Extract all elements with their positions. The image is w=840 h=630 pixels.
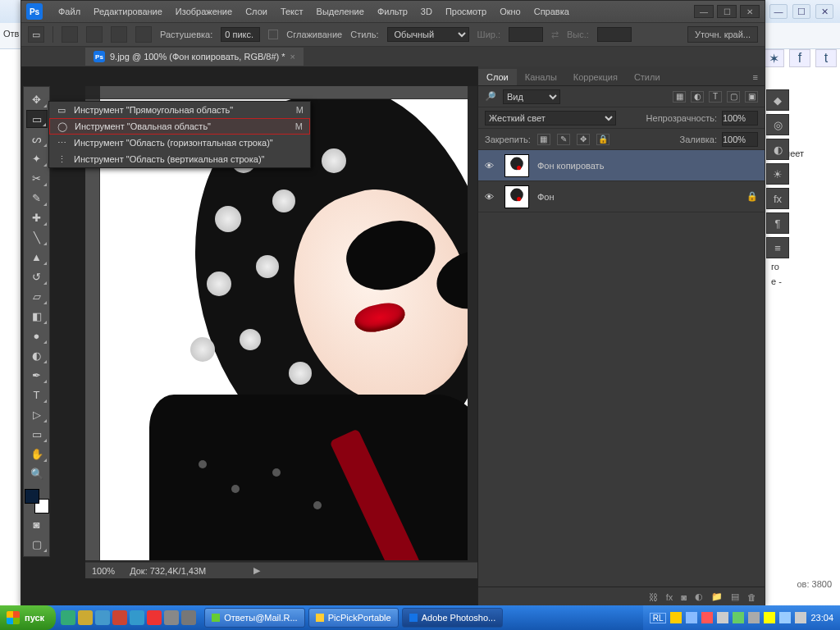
history-brush-tool-icon[interactable]: ↺	[26, 267, 48, 285]
panel-menu-icon[interactable]: ≡	[746, 69, 765, 85]
adjustment-icon[interactable]: ◐	[695, 591, 703, 602]
brush-tool-icon[interactable]: ╲	[26, 228, 48, 246]
layer-name[interactable]: Фон копировать	[537, 161, 604, 171]
hand-tool-icon[interactable]: ✋	[26, 445, 48, 463]
heal-tool-icon[interactable]: ✚	[26, 208, 48, 226]
clock[interactable]: 23:04	[810, 613, 833, 623]
menu-help[interactable]: Справка	[528, 4, 575, 19]
document-tab[interactable]: Ps 9.jpg @ 100% (Фон копировать, RGB/8#)…	[85, 48, 304, 66]
menu-image[interactable]: Изображение	[170, 4, 238, 19]
browser-close-button[interactable]: ✕	[815, 4, 833, 19]
layer-thumb[interactable]	[504, 185, 529, 208]
volume-icon[interactable]	[795, 612, 806, 623]
feather-input[interactable]	[221, 27, 260, 42]
browser-min-button[interactable]: —	[769, 4, 788, 19]
flyout-item-ellipse[interactable]: ◯ Инструмент "Овальная область" M	[49, 118, 310, 135]
menu-select[interactable]: Выделение	[311, 4, 370, 19]
filter-adjust-icon[interactable]: ◐	[691, 91, 704, 103]
layer-row[interactable]: 👁 Фон копировать	[478, 150, 765, 181]
lock-trans-icon[interactable]: ▦	[537, 134, 550, 145]
refine-edge-button[interactable]: Уточн. край...	[687, 26, 758, 43]
lasso-tool-icon[interactable]: ᔕ	[26, 130, 48, 148]
lock-move-icon[interactable]: ✥	[577, 134, 590, 145]
menu-file[interactable]: Файл	[52, 4, 86, 19]
tray-icon[interactable]	[717, 612, 728, 623]
path-select-tool-icon[interactable]: ▷	[26, 405, 48, 423]
ql-icon[interactable]	[147, 610, 162, 625]
lang-indicator[interactable]: RL	[650, 613, 667, 623]
vk-icon[interactable]: ✶	[763, 49, 784, 67]
tray-icon[interactable]	[733, 612, 744, 623]
menu-view[interactable]: Просмотр	[440, 4, 492, 19]
type-tool-icon[interactable]: T	[26, 386, 48, 404]
eraser-tool-icon[interactable]: ▱	[26, 287, 48, 305]
ql-icon[interactable]	[112, 610, 127, 625]
dock-layers-icon[interactable]: ◆	[766, 89, 789, 111]
blend-mode-select[interactable]: Жесткий свет	[485, 111, 616, 126]
tray-icon[interactable]	[701, 612, 713, 623]
selection-subtract-icon[interactable]	[111, 26, 127, 43]
task-button[interactable]: PicPickPortable	[308, 608, 399, 628]
window-max-button[interactable]: ☐	[717, 5, 737, 18]
tray-icon[interactable]	[748, 612, 760, 623]
crop-tool-icon[interactable]: ✂	[26, 169, 48, 187]
zoom-level[interactable]: 100%	[92, 566, 115, 576]
window-close-button[interactable]: ✕	[740, 5, 760, 18]
ql-icon[interactable]	[78, 610, 93, 625]
canvas[interactable]	[100, 99, 468, 560]
ql-icon[interactable]	[164, 610, 179, 625]
dock-styles-icon[interactable]: fx	[766, 188, 789, 209]
tray-icon[interactable]	[686, 612, 697, 623]
ql-icon[interactable]	[61, 610, 75, 625]
flyout-item-col[interactable]: ⋮ Инструмент "Область (вертикальная стро…	[49, 151, 310, 167]
filter-smart-icon[interactable]: ▣	[745, 91, 758, 103]
visibility-icon[interactable]: 👁	[485, 161, 496, 171]
ql-icon[interactable]	[130, 610, 144, 625]
selection-intersect-icon[interactable]	[135, 26, 152, 43]
facebook-icon[interactable]: f	[789, 49, 810, 67]
filter-type-icon[interactable]: T	[709, 91, 722, 103]
selection-add-icon[interactable]	[86, 26, 103, 43]
eyedropper-tool-icon[interactable]: ✎	[26, 189, 48, 207]
start-button[interactable]: пуск	[0, 605, 56, 630]
antialias-checkbox[interactable]	[268, 30, 278, 39]
opacity-input[interactable]	[722, 111, 758, 126]
screenmode-icon[interactable]: ▢	[26, 535, 48, 553]
move-tool-icon[interactable]: ✥	[26, 90, 48, 108]
quickmask-icon[interactable]: ◙	[26, 515, 48, 533]
dodge-tool-icon[interactable]: ◐	[26, 346, 48, 364]
dock-brush-icon[interactable]: ≡	[766, 237, 789, 258]
dock-color-icon[interactable]: ◎	[766, 114, 789, 135]
tray-icon[interactable]	[670, 612, 682, 623]
lock-paint-icon[interactable]: ✎	[557, 134, 570, 145]
delete-layer-icon[interactable]: 🗑	[747, 592, 756, 602]
tray-icon[interactable]	[764, 612, 775, 623]
menu-3d[interactable]: 3D	[415, 4, 438, 19]
window-min-button[interactable]: —	[694, 5, 714, 18]
ruler-horizontal[interactable]	[100, 86, 468, 99]
zoom-tool-icon[interactable]: 🔍	[26, 464, 48, 482]
menu-layer[interactable]: Слои	[240, 4, 273, 19]
layer-name[interactable]: Фон	[537, 192, 555, 202]
visibility-icon[interactable]: 👁	[485, 192, 496, 202]
ql-icon[interactable]	[181, 610, 196, 625]
filter-shape-icon[interactable]: ▢	[727, 91, 740, 103]
selection-new-icon[interactable]	[62, 26, 78, 43]
pen-tool-icon[interactable]: ✒	[26, 366, 48, 384]
menu-type[interactable]: Текст	[275, 4, 309, 19]
menu-filter[interactable]: Фильтр	[372, 4, 413, 19]
layer-row[interactable]: 👁 Фон 🔒	[478, 181, 765, 212]
titlebar[interactable]: Ps Файл Редактирование Изображение Слои …	[21, 1, 765, 22]
tab-channels[interactable]: Каналы	[517, 69, 565, 85]
fill-input[interactable]	[722, 132, 758, 147]
wand-tool-icon[interactable]: ✦	[26, 149, 48, 167]
tab-styles[interactable]: Стили	[626, 69, 669, 85]
layer-kind-select[interactable]: Вид	[503, 89, 560, 104]
search-icon[interactable]: 🔎	[485, 91, 496, 102]
fx-icon[interactable]: fx	[666, 592, 673, 602]
dock-swatch-icon[interactable]: ◐	[766, 139, 789, 160]
tab-layers[interactable]: Слои	[478, 69, 517, 85]
tray-icon[interactable]	[779, 612, 791, 623]
close-tab-icon[interactable]: ×	[290, 52, 295, 62]
group-icon[interactable]: 📁	[711, 591, 723, 602]
